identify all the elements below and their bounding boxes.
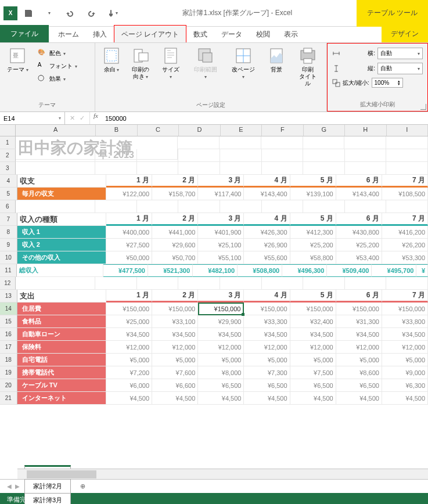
year-label[interactable]: 年: 2013 (95, 149, 137, 162)
row-label[interactable]: 自動車ローン (17, 328, 106, 341)
effects-button[interactable]: ◯効果▾ (35, 73, 80, 85)
height-dropdown[interactable]: 自動▾ (377, 63, 423, 74)
row-header[interactable]: 2 (0, 149, 16, 162)
cell[interactable]: ¥27,500 (106, 239, 152, 251)
cell[interactable]: ¥5,000 (152, 354, 198, 366)
row-label[interactable]: 保険料 (17, 341, 106, 354)
row-label[interactable]: 収入 1 (17, 226, 106, 239)
row-header[interactable]: 16 (0, 328, 17, 341)
cell[interactable]: ¥34,500 (106, 328, 152, 341)
row-header[interactable]: 12 (0, 277, 16, 290)
row-label[interactable]: 毎月の収支 (17, 188, 106, 200)
cell[interactable]: ¥412,300 (290, 226, 336, 239)
month-header[interactable]: 1 月 (106, 290, 152, 303)
tab-home[interactable]: ホーム (51, 26, 86, 42)
row-header[interactable]: 4 (0, 175, 17, 188)
cell[interactable]: ¥34,500 (336, 328, 382, 341)
cell[interactable] (345, 200, 387, 213)
cell[interactable]: ¥4,500 (290, 392, 336, 405)
cell[interactable]: ¥53,300 (382, 251, 428, 264)
cell[interactable] (95, 277, 137, 290)
tab-page-layout[interactable]: ページ レイアウト (114, 25, 186, 43)
row-header[interactable]: 5 (0, 188, 17, 200)
cell[interactable]: ¥521,300 (148, 264, 193, 277)
cell[interactable] (345, 149, 387, 162)
month-header[interactable]: 7 月 (382, 175, 428, 188)
cell[interactable] (303, 149, 345, 162)
month-header[interactable]: 1 月 (106, 213, 152, 226)
month-header[interactable]: 2 月 (152, 175, 198, 188)
horizontal-scrollbar[interactable] (17, 469, 428, 479)
cell[interactable] (220, 162, 262, 175)
cell[interactable]: ¥430,800 (336, 226, 382, 239)
cell[interactable]: ¥6,000 (106, 379, 152, 392)
cell[interactable]: ¥495,700 (372, 264, 416, 277)
cell[interactable]: ¥139,100 (290, 188, 336, 200)
cell[interactable] (178, 149, 220, 162)
cell[interactable]: ¥26,900 (244, 239, 290, 251)
touch-mode-button[interactable]: ▾ (106, 7, 118, 20)
row-label[interactable]: 携帯電話代 (17, 366, 106, 379)
cell[interactable]: ¥7,200 (106, 366, 152, 379)
cell[interactable] (178, 136, 220, 149)
tab-file[interactable]: ファイル (0, 25, 49, 42)
cell[interactable] (386, 200, 428, 213)
cell[interactable]: ¥4,500 (382, 392, 428, 405)
cell[interactable] (16, 162, 96, 175)
cell[interactable] (178, 162, 220, 175)
cell[interactable]: ¥150,000 (198, 303, 244, 315)
cell[interactable]: ¥53,400 (336, 251, 382, 264)
cell[interactable] (303, 200, 345, 213)
month-header[interactable]: 5 月 (290, 175, 336, 188)
cell[interactable] (95, 200, 137, 213)
cell[interactable]: ¥33,300 (244, 315, 290, 328)
cell[interactable]: ¥31,300 (336, 315, 382, 328)
cell[interactable]: ¥117,400 (198, 188, 244, 200)
redo-button[interactable] (85, 7, 98, 20)
column-header[interactable]: B (96, 125, 137, 136)
tab-design[interactable]: デザイン (382, 25, 428, 42)
month-header[interactable]: 4 月 (244, 175, 290, 188)
qat-dropdown[interactable]: ▾ (43, 7, 56, 20)
sheet-tab[interactable]: 家計簿2月 (24, 480, 71, 494)
cell[interactable]: ¥441,000 (152, 226, 198, 239)
row-header[interactable]: 6 (0, 200, 16, 213)
cell[interactable]: ¥50,700 (152, 251, 198, 264)
cell[interactable]: ¥12,000 (336, 341, 382, 354)
cell[interactable]: ¥150,000 (106, 303, 152, 315)
cell[interactable]: 支出 (17, 290, 106, 303)
month-header[interactable]: 4 月 (244, 290, 290, 303)
cell[interactable]: ¥4,500 (152, 392, 198, 405)
cell[interactable]: ¥143,400 (336, 188, 382, 200)
cell[interactable] (344, 136, 386, 149)
cell[interactable] (345, 162, 387, 175)
cell[interactable] (262, 277, 304, 290)
cell[interactable]: ¥416,200 (382, 226, 428, 239)
row-header[interactable]: 21 (0, 392, 17, 405)
cell[interactable]: ¥150,000 (290, 303, 336, 315)
save-button[interactable] (22, 7, 35, 20)
month-header[interactable]: 2 月 (152, 290, 198, 303)
cell[interactable]: ¥4,500 (198, 392, 244, 405)
tab-view[interactable]: 表示 (277, 26, 305, 42)
cell[interactable] (220, 136, 261, 149)
cell[interactable]: ¥108,500 (382, 188, 428, 200)
column-header[interactable]: E (221, 125, 262, 136)
tab-formulas[interactable]: 数式 (186, 26, 214, 42)
cell[interactable]: ¥4,500 (106, 392, 152, 405)
tab-data[interactable]: データ (214, 26, 249, 42)
row-header[interactable]: 3 (0, 162, 16, 175)
cell[interactable] (137, 200, 179, 213)
row-header[interactable]: 9 (0, 239, 17, 251)
cell[interactable]: ¥12,000 (382, 341, 428, 354)
cell[interactable] (220, 149, 262, 162)
cell[interactable]: ¥150,000 (382, 303, 428, 315)
fonts-button[interactable]: Aフォント▾ (35, 60, 80, 72)
cell[interactable]: ¥7,600 (152, 366, 198, 379)
cell[interactable] (303, 136, 345, 149)
cell[interactable]: ¥58,800 (290, 251, 336, 264)
width-dropdown[interactable]: 自動▾ (377, 48, 423, 59)
cell[interactable] (178, 277, 220, 290)
cell[interactable]: ¥5,000 (198, 354, 244, 366)
cell[interactable]: ¥25,200 (336, 239, 382, 251)
